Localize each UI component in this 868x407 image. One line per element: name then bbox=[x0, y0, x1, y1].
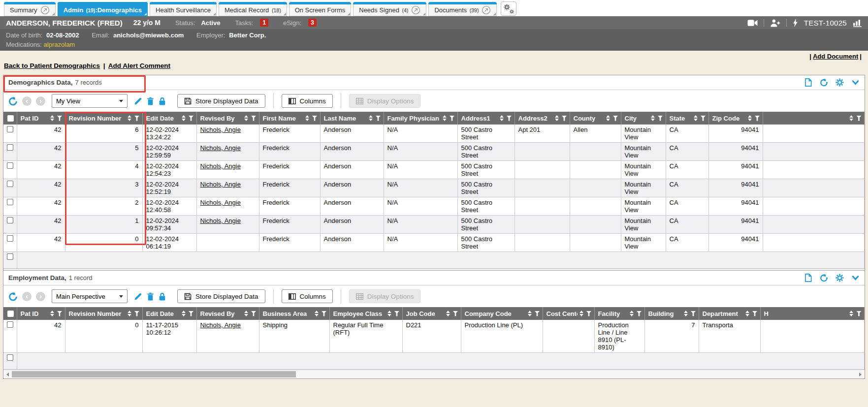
filter-icon[interactable] bbox=[613, 116, 618, 121]
sort-icon[interactable] bbox=[50, 311, 54, 316]
column-header[interactable]: Zip Code bbox=[708, 112, 763, 125]
person-add-icon[interactable] bbox=[770, 19, 780, 27]
column-header[interactable]: Department bbox=[699, 307, 760, 320]
filter-icon[interactable] bbox=[752, 311, 758, 316]
sort-icon[interactable] bbox=[528, 311, 532, 316]
sort-icon[interactable] bbox=[182, 311, 186, 316]
column-header[interactable]: County bbox=[570, 112, 621, 125]
filter-icon[interactable] bbox=[394, 311, 400, 316]
select-all-checkbox[interactable] bbox=[7, 311, 14, 317]
sort-icon[interactable] bbox=[849, 311, 853, 316]
column-header[interactable]: Edit Date bbox=[142, 112, 196, 125]
filter-icon[interactable] bbox=[251, 116, 257, 121]
next-view-button[interactable]: › bbox=[36, 292, 45, 301]
row-checkbox[interactable] bbox=[7, 217, 13, 223]
trash-icon[interactable] bbox=[147, 292, 154, 301]
esign-badge[interactable]: 3 bbox=[308, 19, 317, 27]
column-header[interactable]: First Name bbox=[259, 112, 320, 125]
filter-icon[interactable] bbox=[134, 116, 140, 121]
view-select[interactable]: Main Perspective bbox=[52, 290, 127, 303]
popout-icon[interactable] bbox=[411, 5, 420, 15]
sort-icon[interactable] bbox=[579, 311, 583, 316]
column-header[interactable]: Address1 bbox=[457, 112, 514, 125]
scrollbar-thumb[interactable] bbox=[12, 371, 296, 377]
store-displayed-data-button[interactable]: Store Displayed Data bbox=[177, 94, 265, 108]
sort-icon[interactable] bbox=[684, 311, 688, 316]
gear-icon[interactable] bbox=[836, 274, 844, 282]
row-checkbox[interactable] bbox=[7, 199, 13, 205]
column-header[interactable]: State bbox=[666, 112, 708, 125]
revised-by-link[interactable]: Nichols, Angie bbox=[200, 162, 241, 170]
filter-icon[interactable] bbox=[637, 311, 642, 316]
column-header[interactable]: Family Physician bbox=[384, 112, 457, 125]
filter-icon[interactable] bbox=[856, 116, 862, 121]
back-to-demographics-link[interactable]: Back to Patient Demographics bbox=[4, 62, 100, 69]
revised-by-link[interactable]: Nichols, Angie bbox=[200, 144, 241, 152]
undo-icon[interactable] bbox=[8, 292, 18, 301]
column-header[interactable]: Revision Number bbox=[65, 112, 142, 125]
column-header[interactable]: Business Area bbox=[259, 307, 329, 320]
filter-icon[interactable] bbox=[691, 311, 696, 316]
scroll-right-button[interactable] bbox=[856, 370, 865, 378]
sort-icon[interactable] bbox=[606, 115, 610, 121]
columns-button[interactable]: Columns bbox=[282, 289, 333, 303]
tab-health-surveillance[interactable]: Health Surveillance bbox=[150, 2, 217, 16]
column-header[interactable]: Facility bbox=[594, 307, 644, 320]
filter-icon[interactable] bbox=[586, 311, 592, 316]
tab-on-screen-forms[interactable]: On Screen Forms bbox=[289, 2, 352, 16]
column-header[interactable]: Company Code bbox=[461, 307, 543, 320]
popout-icon[interactable] bbox=[40, 5, 50, 15]
sort-icon[interactable] bbox=[500, 115, 504, 121]
revised-by-link[interactable]: Nichols, Angie bbox=[200, 181, 241, 188]
medication-value[interactable]: alprazolam bbox=[44, 41, 75, 48]
revised-by-link[interactable]: Nichols, Angie bbox=[200, 321, 241, 329]
filter-icon[interactable] bbox=[701, 116, 706, 121]
pencil-icon[interactable] bbox=[134, 97, 142, 105]
filter-icon[interactable] bbox=[535, 311, 540, 316]
chevron-down-icon[interactable] bbox=[851, 274, 860, 282]
add-document-link[interactable]: Add Document bbox=[813, 53, 858, 60]
lock-icon[interactable] bbox=[159, 97, 166, 105]
prev-view-button[interactable]: ‹ bbox=[22, 292, 32, 301]
column-header[interactable]: Pat ID bbox=[17, 112, 65, 125]
sort-icon[interactable] bbox=[244, 115, 248, 121]
revised-by-link[interactable]: Nichols, Angie bbox=[200, 199, 241, 206]
select-all-checkbox[interactable] bbox=[7, 115, 14, 122]
filter-icon[interactable] bbox=[321, 311, 327, 316]
sort-icon[interactable] bbox=[694, 115, 698, 121]
filter-icon[interactable] bbox=[450, 116, 455, 121]
tab-needs-signed[interactable]: Needs Signed (4) bbox=[353, 2, 426, 16]
new-document-icon[interactable] bbox=[804, 274, 812, 282]
popout-icon[interactable] bbox=[482, 5, 491, 15]
sort-icon[interactable] bbox=[305, 115, 309, 121]
refresh-icon[interactable] bbox=[820, 274, 828, 282]
undo-icon[interactable] bbox=[8, 96, 18, 106]
tab-settings-button[interactable] bbox=[501, 1, 516, 16]
scroll-left-button[interactable] bbox=[3, 370, 12, 378]
sort-icon[interactable] bbox=[849, 115, 853, 121]
row-checkbox[interactable] bbox=[7, 181, 13, 187]
tab-summary[interactable]: Summary bbox=[4, 2, 56, 16]
tab-admin-demographics[interactable]: Admin (19):Demographics bbox=[58, 2, 148, 16]
refresh-icon[interactable] bbox=[820, 78, 828, 87]
tasks-badge[interactable]: 1 bbox=[260, 19, 268, 27]
sort-icon[interactable] bbox=[748, 115, 752, 121]
sort-icon[interactable] bbox=[50, 115, 54, 121]
filter-icon[interactable] bbox=[312, 116, 318, 121]
sort-icon[interactable] bbox=[315, 311, 319, 316]
next-view-button[interactable]: › bbox=[36, 96, 45, 106]
filter-icon[interactable] bbox=[189, 311, 194, 316]
filter-icon[interactable] bbox=[251, 311, 257, 316]
sort-icon[interactable] bbox=[745, 311, 749, 316]
bar-chart-icon[interactable] bbox=[853, 19, 862, 27]
column-header[interactable]: Revision Number bbox=[65, 307, 142, 320]
column-header[interactable]: Job Code bbox=[402, 307, 461, 320]
prev-view-button[interactable]: ‹ bbox=[22, 96, 32, 106]
columns-button[interactable]: Columns bbox=[282, 94, 333, 108]
column-header[interactable]: Pat ID bbox=[17, 307, 65, 320]
store-displayed-data-button[interactable]: Store Displayed Data bbox=[177, 289, 265, 303]
sort-icon[interactable] bbox=[244, 311, 248, 316]
column-header[interactable]: Employee Class bbox=[329, 307, 402, 320]
sort-icon[interactable] bbox=[387, 311, 391, 316]
revised-by-link[interactable]: Nichols, Angie bbox=[200, 126, 241, 133]
